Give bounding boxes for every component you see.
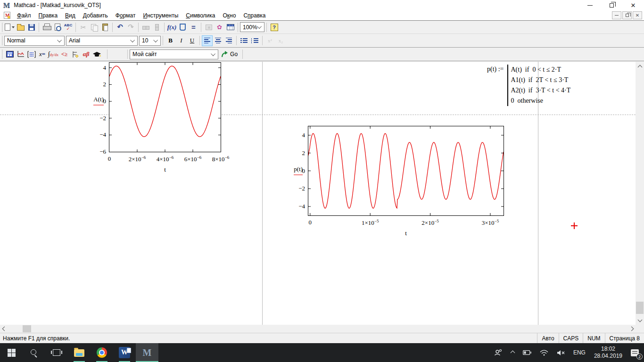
vertical-scrollbar[interactable]: [636, 62, 644, 325]
menu-insert[interactable]: Добавить: [79, 10, 112, 20]
vertical-scroll-thumb[interactable]: [636, 302, 644, 314]
y-tick-label: −6: [99, 148, 106, 156]
italic-button[interactable]: I: [176, 35, 187, 46]
taskbar-word-button[interactable]: W: [113, 343, 136, 362]
x-tick-label: 2×10−6: [129, 155, 146, 163]
evaluation-palette-button[interactable]: x=: [37, 49, 48, 60]
y-tick-label: 2: [103, 81, 107, 88]
calculate-button[interactable]: =: [188, 22, 199, 33]
menu-view[interactable]: Вид: [61, 10, 79, 20]
mathcad-app-icon: M: [3, 2, 10, 9]
help-button[interactable]: ?: [269, 22, 280, 33]
graph-palette-button[interactable]: [15, 49, 26, 60]
align-right-button[interactable]: [223, 35, 234, 46]
component-icon: [206, 25, 212, 30]
taskbar-chrome-button[interactable]: [91, 343, 113, 362]
spell-check-button[interactable]: ABC✓: [63, 22, 74, 33]
numbered-list-button[interactable]: [249, 35, 260, 46]
insert-function-button[interactable]: f(x): [166, 22, 177, 33]
resources-button[interactable]: ✿: [214, 22, 225, 33]
zoom-combobox[interactable]: 100%: [240, 22, 264, 32]
menu-file[interactable]: Файл: [13, 10, 35, 20]
matrix-palette-button[interactable]: [26, 49, 37, 60]
paste-button[interactable]: [99, 22, 110, 33]
toolbar-grip[interactable]: [1, 36, 2, 45]
clock-time: 18:02: [594, 346, 622, 353]
volume-button[interactable]: [553, 343, 568, 362]
people-button[interactable]: [491, 343, 506, 362]
redo-icon: ↷: [128, 24, 134, 31]
print-preview-button[interactable]: [52, 22, 63, 33]
clock[interactable]: 18:0228.04.2019: [591, 343, 626, 362]
underline-icon: U: [190, 37, 194, 44]
go-button[interactable]: Go: [218, 49, 240, 60]
notification-center-button[interactable]: 2: [627, 343, 642, 362]
standard-toolbar: ABC✓ ✂ ↶ ↷ f(x) = ✿ 100% ?: [0, 21, 644, 34]
minimize-button[interactable]: [579, 0, 601, 10]
status-num: NUM: [583, 333, 604, 343]
graph-icon: [17, 50, 25, 58]
close-button[interactable]: ✕: [622, 0, 644, 10]
horizontal-scroll-thumb[interactable]: [23, 325, 31, 332]
print-preview-icon: [55, 24, 60, 31]
taskbar-explorer-button[interactable]: [68, 343, 91, 362]
calculus-palette-button[interactable]: ∫dy/dx: [48, 49, 59, 60]
horizontal-scrollbar[interactable]: [0, 325, 636, 333]
start-button[interactable]: [0, 343, 23, 362]
mdi-restore-button[interactable]: [622, 11, 632, 19]
menu-symbolics[interactable]: Символика: [182, 10, 219, 20]
restore-button[interactable]: [601, 0, 622, 10]
underline-button[interactable]: U: [187, 35, 198, 46]
resources-combobox[interactable]: Мой сайт: [130, 49, 218, 59]
scroll-right-button[interactable]: [628, 325, 635, 333]
bullet-list-button[interactable]: [239, 35, 249, 46]
chevron-down-icon: [637, 317, 642, 322]
toolbar-grip[interactable]: [1, 49, 2, 59]
programming-icon: [71, 51, 79, 58]
symbolic-palette-button[interactable]: [91, 49, 102, 60]
font-size-combobox[interactable]: 10: [139, 36, 161, 46]
taskbar-mathcad-button[interactable]: M: [136, 343, 158, 362]
style-combobox[interactable]: Normal: [4, 36, 65, 46]
undo-button[interactable]: ↶: [115, 22, 125, 33]
plot-p-of-t[interactable]: 01×10−52×10−53×10−5420−2−4p(t)t: [308, 126, 504, 216]
language-indicator[interactable]: ENG: [570, 343, 589, 362]
scroll-down-button[interactable]: [636, 316, 644, 323]
boolean-palette-button[interactable]: <≥: [59, 49, 70, 60]
menu-tools[interactable]: Инструменты: [140, 10, 182, 20]
new-button[interactable]: [4, 22, 15, 33]
wifi-indicator[interactable]: [537, 343, 552, 362]
menu-window[interactable]: Окно: [219, 10, 240, 20]
taskbar-search-button[interactable]: [23, 343, 45, 362]
save-button[interactable]: [26, 22, 37, 33]
task-view-button[interactable]: [45, 343, 68, 362]
mdi-minimize-button[interactable]: [612, 11, 621, 19]
insert-table-button[interactable]: [225, 22, 236, 33]
piecewise-row: A1(t)if2T < t ≤ 3·T: [511, 75, 571, 85]
chevron-up-icon: [637, 65, 642, 69]
print-button[interactable]: [41, 22, 52, 33]
calculator-palette-button[interactable]: [4, 49, 15, 60]
tray-overflow-button[interactable]: [508, 343, 518, 362]
worksheet[interactable]: 02×10−64×10−66×10−68×10−6420−2−4−6A(t)t …: [0, 62, 636, 325]
align-across-icon: [142, 24, 149, 31]
menu-help[interactable]: Справка: [239, 10, 269, 20]
align-center-button[interactable]: [213, 35, 223, 46]
scroll-left-button[interactable]: [1, 325, 8, 333]
battery-indicator[interactable]: [520, 343, 535, 362]
font-combobox[interactable]: Arial: [66, 36, 138, 46]
menu-edit[interactable]: Правка: [35, 10, 62, 20]
insert-unit-button[interactable]: [177, 22, 188, 33]
scroll-up-button[interactable]: [636, 64, 644, 70]
programming-palette-button[interactable]: [70, 49, 81, 60]
greek-palette-button[interactable]: αβ: [81, 49, 91, 60]
bold-button[interactable]: B: [165, 35, 176, 46]
align-left-button[interactable]: [202, 35, 213, 46]
piecewise-definition-region[interactable]: p(t) := A(t)if0 < t ≤ 2·T A1(t)if2T < t …: [487, 65, 570, 106]
mdi-close-button[interactable]: ✕: [633, 11, 642, 19]
document-icon[interactable]: M: [4, 12, 10, 19]
plot-a-of-t[interactable]: 02×10−64×10−66×10−68×10−6420−2−4−6A(t)t: [109, 62, 221, 152]
open-button[interactable]: [15, 22, 26, 33]
toolbar-grip[interactable]: [1, 23, 2, 32]
menu-format[interactable]: Формат: [112, 10, 140, 20]
